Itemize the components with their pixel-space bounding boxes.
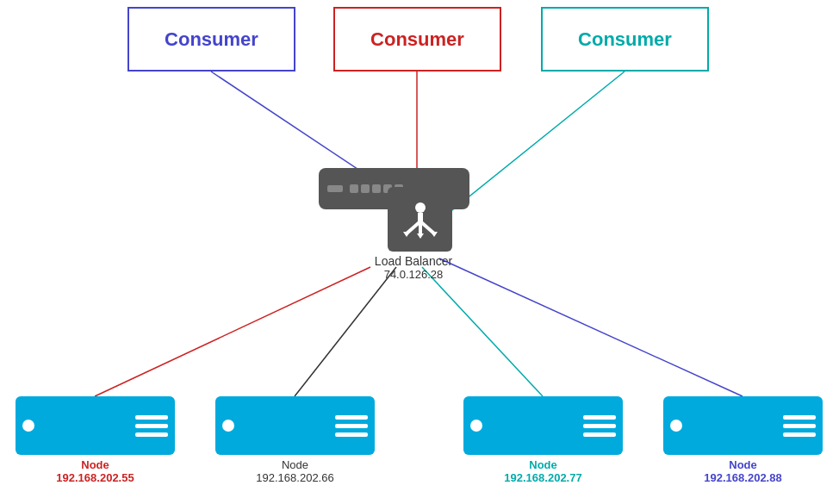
- consumer-red-box: Consumer: [333, 7, 501, 72]
- svg-marker-14: [431, 232, 438, 237]
- node-3-lines-icon: [583, 415, 616, 437]
- lb-ip: 74.0.126.28: [314, 268, 513, 281]
- node-4-box: [663, 396, 823, 455]
- svg-marker-12: [403, 232, 410, 237]
- node-3-ip: 192.168.202.77: [463, 471, 623, 484]
- consumer-blue-label: Consumer: [165, 28, 258, 51]
- node-2-box: [215, 396, 375, 455]
- port-3: [372, 184, 381, 193]
- svg-line-5: [422, 267, 543, 396]
- node-2-line-3: [335, 432, 368, 437]
- lb-title: Load Balancer: [314, 254, 513, 268]
- node-1-box: [16, 396, 175, 455]
- node-1-line-1: [135, 415, 168, 420]
- node-2-lines-icon: [335, 415, 368, 437]
- node-2-dot: [222, 420, 234, 432]
- node-3-line-1: [583, 415, 616, 420]
- node-1-ip: 192.168.202.55: [16, 471, 175, 484]
- svg-point-7: [415, 202, 426, 213]
- consumer-blue-box: Consumer: [127, 7, 295, 72]
- node-1-line-3: [135, 432, 168, 437]
- load-balancer-icon: [319, 168, 517, 250]
- node-3-line-3: [583, 432, 616, 437]
- network-diagram: Consumer Consumer Consumer: [0, 0, 839, 504]
- node-3-line-2: [583, 424, 616, 428]
- node-4-line-1: [783, 415, 816, 420]
- node-3-box: [463, 396, 623, 455]
- node-3-title: Node: [463, 458, 623, 471]
- lb-label: Load Balancer 74.0.126.28: [314, 254, 513, 281]
- load-balancer-container: Load Balancer 74.0.126.28: [314, 168, 521, 267]
- node-2-line-2: [335, 424, 368, 428]
- node-2-line-1: [335, 415, 368, 420]
- node-1-dot: [22, 420, 34, 432]
- node-4-label: Node 192.168.202.88: [663, 458, 823, 484]
- node-4-dot: [670, 420, 682, 432]
- svg-line-9: [407, 221, 420, 233]
- node-3-label: Node 192.168.202.77: [463, 458, 623, 484]
- node-4-line-2: [783, 424, 816, 428]
- port-2: [361, 184, 370, 193]
- node-1-lines-icon: [135, 415, 168, 437]
- node-2-title: Node: [215, 458, 375, 471]
- consumer-cyan-box: Consumer: [541, 7, 709, 72]
- svg-line-4: [295, 267, 396, 396]
- node-4-ip: 192.168.202.88: [663, 471, 823, 484]
- lb-distribute-icon: [388, 187, 452, 252]
- consumer-cyan-label: Consumer: [578, 28, 672, 51]
- node-1-title: Node: [16, 458, 175, 471]
- node-3-dot: [470, 420, 482, 432]
- node-1-line-2: [135, 424, 168, 428]
- svg-marker-13: [417, 233, 424, 239]
- node-2-label: Node 192.168.202.66: [215, 458, 375, 484]
- node-1-label: Node 192.168.202.55: [16, 458, 175, 484]
- svg-line-3: [95, 267, 370, 396]
- svg-line-11: [420, 221, 434, 233]
- node-4-title: Node: [663, 458, 823, 471]
- node-2-ip: 192.168.202.66: [215, 471, 375, 484]
- node-4-line-3: [783, 432, 816, 437]
- node-4-lines-icon: [783, 415, 816, 437]
- port-1: [350, 184, 358, 193]
- consumer-red-label: Consumer: [370, 28, 464, 51]
